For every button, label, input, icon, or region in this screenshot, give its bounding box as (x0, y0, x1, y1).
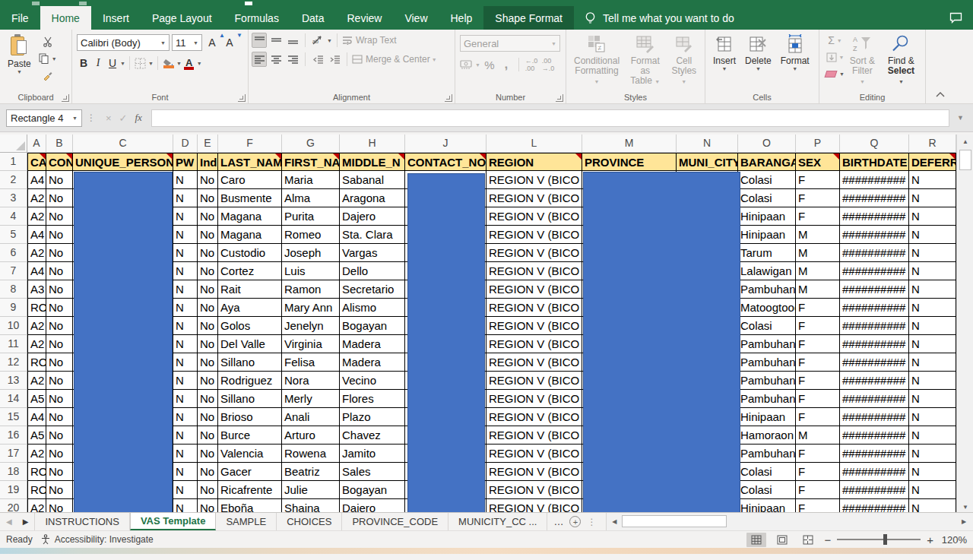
grid-cell-D4[interactable]: N (173, 207, 198, 226)
grid-cell-R17[interactable]: N (909, 445, 956, 463)
field-header-A1[interactable]: CAT (27, 153, 46, 171)
borders-button[interactable] (134, 55, 147, 71)
grid-cell-F13[interactable]: Rodriguez (218, 372, 282, 390)
fill-color-button[interactable] (162, 55, 176, 71)
grid-cell-E8[interactable]: No (198, 280, 218, 299)
grid-cell-B12[interactable]: No (46, 353, 73, 372)
grid-cell-H10[interactable]: Bogayan (340, 317, 405, 335)
grid-cell-E7[interactable]: No (198, 262, 218, 280)
grid-cell-F10[interactable]: Golos (218, 317, 282, 335)
grid-cell-B9[interactable]: No (46, 299, 73, 317)
grid-cell-O12[interactable]: Pambuhan (738, 353, 796, 372)
grid-cell-O17[interactable]: Pambuhan (738, 445, 796, 463)
align-center-button[interactable] (268, 52, 284, 67)
find-select-button[interactable]: Find &Select ▼ (880, 33, 922, 90)
decrease-font-button[interactable]: A▼ (222, 35, 237, 50)
row-header-7[interactable]: 7 (0, 262, 27, 280)
grid-cell-B17[interactable]: No (46, 445, 73, 463)
grid-cell-D13[interactable]: N (173, 372, 198, 390)
row-header-12[interactable]: 12 (0, 353, 27, 372)
grid-cell-F14[interactable]: Sillano (218, 390, 282, 408)
grid-cell-R4[interactable]: N (909, 207, 956, 226)
cut-button[interactable] (39, 34, 57, 49)
grid-cell-G8[interactable]: Ramon (282, 280, 340, 299)
grid-cell-D10[interactable]: N (173, 317, 198, 335)
grid-cell-H3[interactable]: Aragona (340, 189, 405, 207)
borders-dropdown[interactable]: ▼ (148, 61, 154, 66)
formula-bar-expand-icon[interactable]: ▼ (954, 114, 967, 122)
grid-cell-Q20[interactable]: ########## (840, 499, 909, 512)
grid-cell-P20[interactable]: F (796, 499, 840, 512)
grid-cell-F7[interactable]: Cortez (218, 262, 282, 280)
format-as-table-button[interactable]: Format asTable ▼ (624, 33, 666, 90)
grid-cell-D20[interactable]: N (173, 499, 198, 512)
row-header-5[interactable]: 5 (0, 226, 27, 244)
ribbon-tab-shape-format[interactable]: Shape Format (483, 6, 574, 30)
number-format-combo[interactable]: General▼ (460, 35, 560, 52)
font-name-combo[interactable]: Calibri (Body)▼ (77, 34, 170, 51)
grid-cell-H2[interactable]: Sabanal (340, 171, 405, 189)
row-header-1[interactable]: 1 (0, 153, 27, 171)
middle-align-button[interactable] (268, 33, 284, 48)
grid-cell-H20[interactable]: Dajero (340, 499, 405, 512)
fill-color-dropdown[interactable]: ▼ (176, 61, 182, 66)
field-header-H1[interactable]: MIDDLE_N (340, 153, 405, 171)
grid-cell-R8[interactable]: N (909, 280, 956, 299)
grid-cell-G18[interactable]: Beatriz (282, 463, 340, 481)
grid-cell-B2[interactable]: No (46, 171, 73, 189)
grid-cell-P11[interactable]: F (796, 335, 840, 353)
grid-cell-L3[interactable]: REGION V (BICO (486, 189, 582, 207)
grid-cell-R12[interactable]: N (909, 353, 956, 372)
grid-cell-P12[interactable]: F (796, 353, 840, 372)
grid-cell-D3[interactable]: N (173, 189, 198, 207)
column-header-A[interactable]: A (27, 134, 46, 153)
grid-cell-O19[interactable]: Colasi (738, 481, 796, 499)
comma-button[interactable]: , (499, 57, 514, 72)
grid-cell-A3[interactable]: A2 (27, 189, 46, 207)
grid-cell-A19[interactable]: ROA (27, 481, 46, 499)
grid-cell-A10[interactable]: A2 (27, 317, 46, 335)
grid-cell-R13[interactable]: N (909, 372, 956, 390)
privacy-shape-column-j[interactable] (407, 173, 485, 512)
sheet-tab-choices[interactable]: CHOICES (277, 513, 342, 530)
grid-cell-R20[interactable]: N (909, 499, 956, 512)
grid-cell-D11[interactable]: N (173, 335, 198, 353)
vertical-scrollbar[interactable]: ▲ ▼ (956, 134, 973, 512)
grid-cell-B16[interactable]: No (46, 426, 73, 445)
grid-cell-L14[interactable]: REGION V (BICO (486, 390, 582, 408)
grid-cell-Q7[interactable]: ########## (840, 262, 909, 280)
grid-cell-Q6[interactable]: ########## (840, 244, 909, 262)
grid-cell-A14[interactable]: A5 (27, 390, 46, 408)
grid-cell-G9[interactable]: Mary Ann (282, 299, 340, 317)
grid-cell-O14[interactable]: Pambuhan (738, 390, 796, 408)
row-header-15[interactable]: 15 (0, 408, 27, 426)
column-header-D[interactable]: D (173, 134, 198, 153)
grid-cell-O9[interactable]: Matoogtoog (738, 299, 796, 317)
grid-cell-O5[interactable]: Hinipaan (738, 226, 796, 244)
conditional-formatting-button[interactable]: ≠ ConditionalFormatting ▼ (569, 33, 624, 90)
grid-cell-R18[interactable]: N (909, 463, 956, 481)
scroll-up-arrow[interactable]: ▲ (958, 134, 973, 149)
grid-cell-B10[interactable]: No (46, 317, 73, 335)
grid-cell-O3[interactable]: Colasi (738, 189, 796, 207)
grid-cell-P5[interactable]: M (796, 226, 840, 244)
grid-cell-O2[interactable]: Colasi (738, 171, 796, 189)
grid-cell-G14[interactable]: Merly (282, 390, 340, 408)
grid-cell-L7[interactable]: REGION V (BICO (486, 262, 582, 280)
grid-cell-E18[interactable]: No (198, 463, 218, 481)
font-dialog-launcher[interactable] (238, 94, 246, 102)
grid-cell-H18[interactable]: Sales (340, 463, 405, 481)
grid-cell-B5[interactable]: No (46, 226, 73, 244)
column-header-C[interactable]: C (73, 134, 173, 153)
field-header-E1[interactable]: Indi (198, 153, 218, 171)
grid-cell-R6[interactable]: N (909, 244, 956, 262)
bold-button[interactable]: B (77, 55, 90, 71)
sheet-nav-right-arrow[interactable]: ▶ (23, 517, 29, 526)
grid-cell-E17[interactable]: No (198, 445, 218, 463)
grid-cell-B8[interactable]: No (46, 280, 73, 299)
row-header-10[interactable]: 10 (0, 317, 27, 335)
row-header-4[interactable]: 4 (0, 207, 27, 226)
grid-cell-E20[interactable]: No (198, 499, 218, 512)
number-dialog-launcher[interactable] (556, 94, 563, 102)
ribbon-tab-insert[interactable]: Insert (91, 6, 141, 30)
